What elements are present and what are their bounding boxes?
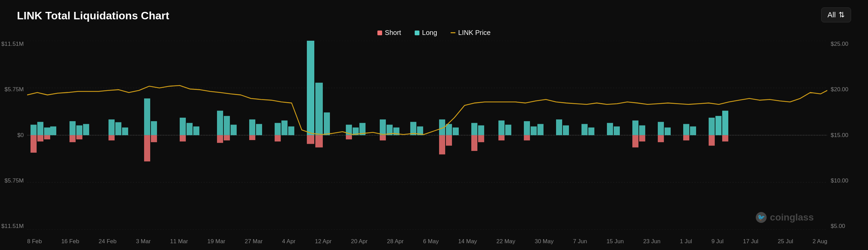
chart-container: LINK Total Liquidations Chart All ⇅ Shor… — [0, 0, 868, 250]
svg-rect-25 — [256, 124, 262, 135]
x-label-4: 11 Mar — [170, 238, 188, 245]
svg-rect-10 — [70, 121, 76, 135]
svg-rect-26 — [275, 123, 281, 135]
x-label-12: 14 May — [458, 238, 477, 245]
y-left-label-2: $0 — [17, 132, 24, 139]
svg-rect-52 — [581, 124, 588, 135]
svg-rect-63 — [715, 116, 722, 135]
y-left-label-1: $5.75M — [4, 86, 24, 93]
svg-rect-56 — [632, 120, 638, 135]
chart-area — [27, 41, 827, 230]
x-label-13: 22 May — [496, 238, 515, 245]
x-label-0: 8 Feb — [27, 238, 42, 245]
legend-short-label: Short — [385, 29, 401, 37]
svg-rect-66 — [37, 135, 43, 142]
y-axis-left: $11.51M $5.75M $0 $5.75M $11.51M — [0, 41, 27, 230]
svg-rect-71 — [144, 135, 150, 161]
svg-rect-60 — [683, 124, 689, 135]
svg-rect-68 — [70, 135, 76, 142]
svg-rect-17 — [151, 121, 157, 135]
svg-rect-48 — [531, 127, 537, 135]
svg-rect-81 — [380, 135, 386, 140]
svg-rect-29 — [307, 41, 314, 135]
svg-rect-51 — [563, 126, 569, 135]
x-label-21: 25 Jul — [778, 238, 793, 245]
svg-rect-75 — [224, 135, 230, 140]
long-color-dot — [415, 31, 419, 35]
svg-rect-30 — [315, 83, 323, 135]
legend-price-label: LINK Price — [458, 29, 491, 37]
x-label-5: 19 Mar — [208, 238, 225, 245]
svg-rect-43 — [471, 123, 477, 135]
svg-rect-53 — [588, 128, 594, 135]
x-label-10: 28 Apr — [387, 238, 403, 245]
svg-rect-22 — [224, 116, 230, 135]
legend-price: LINK Price — [451, 29, 491, 37]
svg-rect-24 — [249, 119, 255, 135]
svg-rect-47 — [524, 121, 530, 135]
svg-rect-90 — [658, 135, 664, 142]
svg-rect-16 — [144, 98, 150, 135]
svg-rect-19 — [186, 123, 193, 135]
chart-title: LINK Total Liquidations Chart — [17, 9, 169, 22]
svg-rect-64 — [722, 111, 728, 135]
svg-rect-76 — [249, 135, 255, 140]
svg-rect-89 — [639, 135, 645, 142]
svg-rect-9 — [50, 127, 56, 135]
y-right-label-0: $25.00 — [831, 41, 848, 47]
svg-rect-91 — [683, 135, 689, 140]
svg-rect-45 — [498, 120, 505, 135]
svg-rect-15 — [122, 128, 128, 135]
main-chart-svg — [27, 41, 827, 230]
svg-rect-59 — [665, 128, 671, 135]
svg-rect-86 — [498, 135, 505, 140]
x-label-6: 27 Mar — [245, 238, 263, 245]
svg-rect-58 — [658, 122, 664, 135]
time-selector-button[interactable]: All ⇅ — [821, 7, 851, 22]
svg-rect-18 — [180, 118, 186, 135]
x-label-3: 3 Mar — [136, 238, 151, 245]
svg-rect-20 — [193, 127, 199, 135]
svg-rect-88 — [632, 135, 638, 148]
svg-rect-44 — [478, 126, 484, 135]
svg-rect-65 — [31, 135, 37, 153]
svg-rect-7 — [37, 122, 43, 135]
legend-long-label: Long — [422, 29, 437, 37]
svg-rect-55 — [614, 127, 620, 135]
svg-rect-72 — [151, 135, 157, 142]
legend-long: Long — [415, 29, 437, 37]
svg-rect-8 — [44, 128, 50, 135]
x-axis: 8 Feb 16 Feb 24 Feb 3 Mar 11 Mar 19 Mar … — [27, 238, 827, 245]
svg-rect-70 — [108, 135, 115, 140]
time-selector-label: All — [828, 11, 836, 19]
y-axis-right: $25.00 $20.00 $15.00 $10.00 $5.00 — [827, 41, 868, 230]
svg-rect-85 — [478, 135, 484, 142]
x-label-7: 4 Apr — [282, 238, 296, 245]
svg-rect-87 — [524, 135, 530, 140]
x-label-22: 2 Aug — [812, 238, 827, 245]
svg-rect-42 — [453, 128, 459, 135]
svg-rect-6 — [31, 125, 37, 135]
svg-rect-27 — [281, 120, 288, 135]
svg-rect-84 — [471, 135, 477, 151]
chevron-icon: ⇅ — [839, 11, 845, 19]
svg-rect-80 — [346, 135, 352, 139]
x-label-2: 24 Feb — [99, 238, 117, 245]
svg-rect-67 — [44, 135, 50, 139]
x-label-9: 20 Apr — [351, 238, 368, 245]
svg-rect-46 — [505, 125, 511, 135]
svg-rect-62 — [709, 118, 715, 135]
svg-rect-79 — [315, 135, 323, 148]
price-color-dot — [451, 32, 455, 33]
y-left-label-0: $11.51M — [1, 41, 24, 47]
y-right-label-3: $10.00 — [831, 177, 848, 184]
y-right-label-4: $5.00 — [831, 223, 845, 230]
x-label-17: 23 Jun — [643, 238, 660, 245]
svg-rect-11 — [76, 126, 82, 135]
x-label-1: 16 Feb — [61, 238, 79, 245]
svg-rect-61 — [690, 127, 696, 135]
x-label-19: 9 Jul — [711, 238, 724, 245]
svg-rect-35 — [380, 119, 386, 135]
svg-rect-93 — [722, 135, 728, 142]
svg-rect-41 — [446, 124, 452, 135]
